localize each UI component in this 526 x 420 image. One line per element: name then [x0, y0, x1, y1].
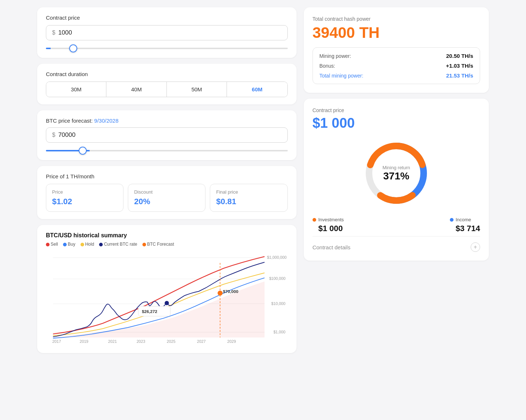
svg-text:$1,000: $1,000 — [274, 330, 286, 334]
legend-current-btc: Current BTC rate — [99, 242, 137, 247]
chart-legend: Sell Buy Hold Current BTC rate BTC Forec… — [46, 242, 288, 247]
btc-forecast-label: BTC price forecast: 9/30/2028 — [46, 118, 288, 124]
btc-forecast-input-box: $ 70000 — [46, 127, 288, 143]
total-mining-value: 21.53 TH/s — [446, 72, 473, 79]
th-price-card: Price of 1 TH/month Price $1.02 Discount… — [37, 166, 297, 219]
svg-text:2021: 2021 — [108, 339, 117, 344]
th-final-cell-label: Final price — [216, 189, 281, 195]
contract-duration-label: Contract duration — [46, 71, 288, 77]
svg-text:2027: 2027 — [197, 339, 206, 344]
income-dot — [450, 218, 454, 222]
btc-dollar-sign: $ — [52, 132, 55, 138]
total-mining-row: Total mining power: 21.53 TH/s — [319, 72, 473, 79]
th-price-cell: Price $1.02 — [46, 184, 123, 212]
btc-forecast-card: BTC price forecast: 9/30/2028 $ 70000 — [37, 110, 297, 160]
svg-text:2029: 2029 — [227, 339, 236, 344]
contract-price-slider[interactable] — [46, 48, 288, 49]
income-item: Income $3 714 — [450, 217, 480, 233]
th-final-cell-value: $0.81 — [216, 197, 281, 206]
svg-text:2017: 2017 — [52, 339, 61, 344]
price-of-th-label: Price of 1 TH/month — [46, 173, 288, 179]
svg-text:2023: 2023 — [137, 339, 145, 344]
duration-60m[interactable]: 60M — [227, 82, 287, 97]
invest-income-row: Investments $1 000 Income $3 714 — [313, 217, 480, 233]
bonus-label: Bonus: — [319, 63, 335, 69]
cp-label: Contract price — [313, 107, 480, 113]
svg-text:$70,000: $70,000 — [223, 289, 239, 294]
svg-text:2025: 2025 — [167, 339, 176, 344]
th-price-grid: Price $1.02 Discount 20% Final price $0.… — [46, 184, 288, 212]
left-panel: Contract price $ 1000 Contract duration … — [37, 7, 297, 353]
svg-text:2019: 2019 — [80, 339, 89, 344]
chart-card: BTC/USD historical summary Sell Buy Hold… — [37, 225, 297, 353]
donut-container: Mining return 371% — [313, 137, 480, 210]
investments-item: Investments $1 000 — [313, 217, 344, 233]
income-value: $3 714 — [450, 224, 480, 233]
main-container: Contract price $ 1000 Contract duration … — [37, 7, 489, 353]
income-label: Income — [450, 217, 480, 222]
total-mining-label: Total mining power: — [319, 73, 364, 79]
contract-details-row: Contract details + — [313, 236, 480, 252]
contract-price-label: Contract price — [46, 15, 288, 21]
contract-price-section: Contract price $1 000 Mining return 371% — [304, 99, 489, 261]
dollar-sign: $ — [52, 29, 55, 36]
contract-details-label: Contract details — [313, 244, 350, 250]
contract-duration-card: Contract duration 30M 40M 50M 60M — [37, 64, 297, 104]
chart-svg: $1,000,000 $100,000 $10,000 $1,000 — [46, 251, 288, 346]
bonus-value: +1.03 TH/s — [446, 63, 473, 69]
right-panel: Total contract hash power 39400 TH Minin… — [304, 7, 489, 353]
legend-buy: Buy — [63, 242, 75, 247]
investments-label: Investments — [313, 217, 344, 222]
mining-power-value: 20.50 TH/s — [446, 53, 473, 59]
mining-power-row: Mining power: 20.50 TH/s — [319, 53, 473, 59]
duration-grid: 30M 40M 50M 60M — [46, 82, 288, 97]
legend-btc-forecast: BTC Forecast — [142, 242, 174, 247]
donut-center: Mining return 371% — [382, 165, 410, 182]
svg-text:$26,272: $26,272 — [142, 309, 158, 314]
duration-30m[interactable]: 30M — [46, 82, 106, 97]
th-price-cell-label: Price — [52, 189, 117, 195]
donut-label: Mining return — [382, 165, 410, 170]
contract-price-input-value: 1000 — [58, 29, 72, 36]
mining-power-label: Mining power: — [319, 53, 351, 59]
chart-title: BTC/USD historical summary — [46, 232, 288, 239]
hash-power-card: Total contract hash power 39400 TH Minin… — [304, 7, 489, 93]
legend-sell: Sell — [46, 242, 58, 247]
legend-hold: Hold — [81, 242, 94, 247]
mining-info-box: Mining power: 20.50 TH/s Bonus: +1.03 TH… — [313, 47, 480, 84]
investments-value: $1 000 — [313, 224, 344, 233]
investments-dot — [313, 218, 316, 222]
bonus-row: Bonus: +1.03 TH/s — [319, 63, 473, 69]
income-label-text: Income — [456, 217, 471, 222]
investments-label-text: Investments — [318, 217, 344, 222]
contract-price-card: Contract price $ 1000 — [37, 7, 297, 58]
th-final-cell: Final price $0.81 — [210, 184, 287, 212]
svg-text:$100,000: $100,000 — [269, 276, 286, 281]
th-discount-cell-value: 20% — [134, 197, 199, 206]
btc-forecast-date[interactable]: 9/30/2028 — [94, 118, 119, 124]
btc-forecast-slider[interactable] — [46, 150, 288, 151]
th-discount-cell-label: Discount — [134, 189, 199, 195]
svg-point-10 — [165, 301, 169, 305]
contract-details-expand-button[interactable]: + — [471, 242, 480, 252]
duration-50m[interactable]: 50M — [167, 82, 227, 97]
contract-price-input-box: $ 1000 — [46, 25, 288, 40]
th-price-cell-value: $1.02 — [52, 197, 117, 206]
hash-power-value: 39400 TH — [313, 24, 480, 41]
btc-forecast-value: 70000 — [58, 131, 75, 139]
chart-area: $1,000,000 $100,000 $10,000 $1,000 — [46, 251, 288, 346]
th-discount-cell: Discount 20% — [128, 184, 205, 212]
svg-text:$10,000: $10,000 — [271, 301, 286, 306]
cp-value: $1 000 — [313, 115, 480, 131]
duration-40m[interactable]: 40M — [106, 82, 166, 97]
svg-point-9 — [217, 291, 223, 296]
svg-text:$1,000,000: $1,000,000 — [267, 255, 287, 259]
donut-value: 371% — [382, 170, 410, 182]
hash-power-title: Total contract hash power — [313, 16, 480, 22]
